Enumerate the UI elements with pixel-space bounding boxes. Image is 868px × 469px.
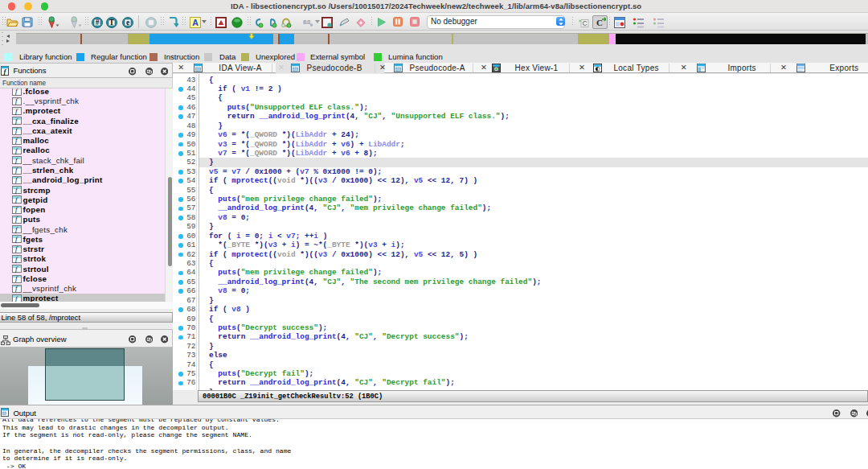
svg-text:C: C bbox=[583, 19, 588, 27]
svg-text:T: T bbox=[109, 19, 115, 27]
svg-text:A: A bbox=[192, 18, 199, 27]
svg-text:#: # bbox=[95, 19, 99, 27]
svg-text:C: C bbox=[596, 18, 603, 27]
svg-text:e: e bbox=[125, 19, 129, 27]
svg-text:B8: B8 bbox=[303, 19, 311, 26]
